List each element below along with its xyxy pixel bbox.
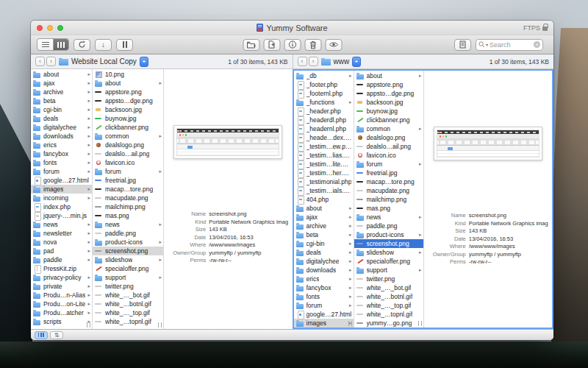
folder-row[interactable]: downloads▸ [294, 266, 354, 275]
file-row[interactable]: 404.php [294, 195, 354, 204]
back-button[interactable]: ‹ [35, 57, 45, 66]
file-row[interactable]: specialoffer.png [354, 257, 423, 266]
folder-row[interactable]: ajax▸ [294, 213, 354, 222]
delete-button[interactable] [304, 39, 321, 51]
minimize-button[interactable] [47, 25, 53, 31]
file-row[interactable]: paddle.png [354, 222, 423, 230]
file-row[interactable]: white_…_bot.gif [354, 283, 423, 292]
file-row[interactable]: white_…_top.gif [354, 301, 423, 310]
folder-row[interactable]: scripts▸ [31, 317, 92, 326]
folder-row[interactable]: about▸ [31, 70, 92, 79]
folder-row[interactable]: Produ…atcher▸ [31, 308, 92, 317]
file-row[interactable]: _heade…dex.php [294, 133, 354, 142]
forward-button[interactable]: › [46, 57, 56, 66]
folder-row[interactable]: downloads▸ [31, 132, 92, 141]
file-row[interactable]: white_…_top.gif [93, 308, 163, 317]
folder-row[interactable]: privacy-policy▸ [31, 273, 92, 282]
file-row[interactable]: dealslogo.png [93, 141, 163, 149]
folder-row[interactable]: fonts▸ [31, 158, 92, 167]
folder-row[interactable]: images▸ [31, 185, 92, 194]
title-bar[interactable]: Yummy Software FTPS [31, 21, 553, 35]
list-view-button[interactable] [37, 39, 53, 50]
log-button[interactable] [454, 39, 471, 51]
file-row[interactable]: _headernl.php [294, 124, 354, 133]
forward-button[interactable]: › [309, 57, 318, 66]
search-scope-caret-icon[interactable]: ▾ [486, 42, 488, 47]
folder-row[interactable]: support▸ [354, 266, 423, 275]
search-clear-icon[interactable]: × [534, 41, 540, 48]
file-row[interactable]: macap…tore.png [354, 177, 423, 186]
file-row[interactable]: specialoffer.png [93, 264, 163, 273]
file-row[interactable]: 10.png [93, 70, 163, 79]
file-row[interactable]: mas.png [93, 211, 163, 220]
file-row[interactable]: _footer.php [294, 80, 354, 89]
file-row[interactable]: _headerdl.php [294, 116, 354, 124]
folder-row[interactable]: beta▸ [294, 230, 354, 239]
folder-row[interactable]: support▸ [93, 273, 163, 282]
folder-row[interactable]: cgi-bin▸ [31, 105, 92, 114]
file-row[interactable]: google…27.html [294, 310, 354, 319]
folder-row[interactable]: ajax▸ [31, 79, 92, 88]
file-row[interactable]: index.php [31, 202, 92, 211]
folder-row[interactable]: fancybox▸ [31, 149, 92, 158]
folder-row[interactable]: product-icons▸ [354, 230, 423, 239]
file-row[interactable]: jquery-….min.js [31, 211, 92, 220]
folder-row[interactable]: Produ…n-Alias▸ [31, 291, 92, 300]
folder-row[interactable]: slideshow▸ [354, 248, 423, 257]
back-button[interactable]: ‹ [298, 57, 307, 66]
close-button[interactable] [37, 25, 43, 31]
file-row[interactable]: _testimonial.php [294, 177, 354, 186]
preview-button[interactable] [325, 39, 342, 51]
folder-row[interactable]: forum▸ [93, 167, 163, 176]
new-file-button[interactable] [263, 39, 280, 51]
folder-row[interactable]: news▸ [93, 220, 163, 229]
download-button[interactable]: ↓ [95, 39, 112, 51]
file-row[interactable]: google…27.html [31, 176, 92, 185]
file-row[interactable]: macap…tore.png [93, 185, 163, 194]
pause-button[interactable] [116, 39, 133, 51]
folder-row[interactable]: deals▸ [31, 114, 92, 123]
file-row[interactable]: white_…botnl.gif [354, 292, 423, 301]
file-row[interactable]: favicon.ico [93, 158, 163, 167]
folder-row[interactable]: nova▸ [31, 238, 92, 247]
folder-row[interactable]: digitalychee▸ [294, 257, 354, 266]
file-row[interactable]: mas.png [354, 204, 423, 213]
folder-row[interactable]: fonts▸ [294, 292, 354, 301]
file-row[interactable]: freetrial.jpg [93, 176, 163, 185]
file-row[interactable]: buynow.jpg [354, 107, 423, 116]
folder-row[interactable]: archive▸ [31, 88, 92, 96]
folder-row[interactable]: forum▸ [294, 301, 354, 310]
file-row[interactable]: clickbanner.png [93, 123, 163, 132]
folder-row[interactable]: cgi-bin▸ [294, 239, 354, 248]
file-row[interactable]: appsto…dge.png [354, 89, 423, 98]
refresh-button[interactable] [74, 39, 90, 51]
file-row[interactable]: appsto…dge.png [93, 96, 163, 105]
file-row[interactable]: screenshot.png [93, 247, 163, 255]
folder-row[interactable]: Produ…on-Lite▸ [31, 300, 92, 308]
file-row[interactable]: mailchimp.png [93, 202, 163, 211]
folder-row[interactable]: beta▸ [31, 96, 92, 105]
file-row[interactable]: backsoon.jpg [354, 98, 423, 107]
file-row[interactable]: backsoon.jpg [93, 105, 163, 114]
file-row[interactable]: white_…_bot.gif [93, 291, 163, 300]
file-row[interactable]: _testim…her.php [294, 169, 354, 177]
zoom-button[interactable] [57, 25, 63, 31]
folder-row[interactable]: news▸ [31, 220, 92, 229]
new-folder-button[interactable] [243, 39, 259, 51]
folder-row[interactable]: fancybox▸ [294, 283, 354, 292]
folder-row[interactable]: digitalychee▸ [31, 123, 92, 132]
folder-row[interactable]: _db▸ [294, 71, 354, 80]
file-row[interactable]: buynow.jpg [93, 114, 163, 123]
file-row[interactable]: macupdate.png [354, 186, 423, 195]
folder-row[interactable]: forum▸ [354, 160, 423, 169]
file-row[interactable]: favicon.ico [354, 151, 423, 160]
folder-row[interactable]: incoming▸ [31, 194, 92, 202]
file-row[interactable]: _header.php [294, 107, 354, 116]
folder-row[interactable]: paddle▸ [31, 255, 92, 264]
file-row[interactable]: _testim…ials.php [294, 186, 354, 195]
folder-row[interactable]: slideshow▸ [93, 255, 163, 264]
search-field[interactable]: ▾ × [476, 39, 543, 51]
file-row[interactable]: _footernl.php [294, 89, 354, 98]
folder-row[interactable]: _functions▸ [294, 98, 354, 107]
folder-popup-stepper[interactable] [352, 57, 361, 67]
